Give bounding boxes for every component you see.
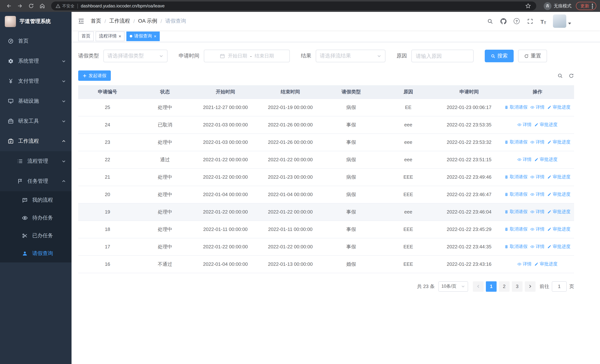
search-icon[interactable] <box>486 18 494 25</box>
page-button-2[interactable]: 2 <box>499 281 510 291</box>
close-icon[interactable]: × <box>119 34 121 38</box>
refresh-table-icon[interactable] <box>568 73 574 79</box>
sidebar-item-task-management[interactable]: 任务管理 <box>0 171 72 191</box>
sidebar-item-leave-query[interactable]: 请假查询 <box>0 245 72 262</box>
user-menu[interactable] <box>553 14 571 28</box>
sidebar-item-todo-tasks[interactable]: 待办任务 <box>0 209 72 227</box>
bookmark-star-icon[interactable] <box>525 2 532 10</box>
app-logo[interactable]: 芋道管理系统 <box>0 12 72 31</box>
progress-action-link[interactable]: 审批进度 <box>534 156 558 163</box>
detail-action-link[interactable]: 详情 <box>531 104 544 111</box>
security-warning[interactable]: 不安全 <box>56 3 75 9</box>
table-row: 16不通过2022-01-04 00:00:002022-01-13 00:00… <box>78 255 574 273</box>
forward-icon[interactable] <box>15 1 25 11</box>
caret-down-icon <box>568 22 571 24</box>
delete-icon <box>505 192 509 196</box>
home-icon[interactable] <box>37 1 47 11</box>
reset-button-label: 重置 <box>531 53 541 59</box>
breadcrumb-separator: / <box>104 18 106 24</box>
font-size-icon[interactable]: TT <box>540 18 547 25</box>
sidebar-fold-icon[interactable] <box>77 18 85 25</box>
goto-page-input[interactable] <box>552 281 567 291</box>
breadcrumb-workflow[interactable]: 工作流程 <box>109 18 130 24</box>
detail-action-link[interactable]: 详情 <box>517 121 532 128</box>
sidebar-item-payment[interactable]: 支付管理 <box>0 71 72 91</box>
cancel-action-link[interactable]: 取消请假 <box>505 243 527 250</box>
cell-reason: eee <box>379 116 437 133</box>
chevron-down-icon <box>62 159 66 163</box>
sidebar-item-home[interactable]: 首页 <box>0 31 72 51</box>
detail-action-link[interactable]: 详情 <box>531 209 544 215</box>
cancel-action-link[interactable]: 取消请假 <box>505 226 527 233</box>
prev-page-button[interactable] <box>473 281 484 291</box>
address-bar[interactable]: 不安全 dashboard.yudao.iocoder.cn/bpm/oa/le… <box>51 1 536 10</box>
tab-process-detail[interactable]: 流程详情 × <box>96 31 124 41</box>
apply-time-range-picker[interactable]: 开始日期 - 结束日期 <box>204 50 290 62</box>
progress-action-link[interactable]: 审批进度 <box>548 226 571 233</box>
reload-icon[interactable] <box>26 1 36 11</box>
detail-action-link[interactable]: 详情 <box>531 243 544 250</box>
avatar[interactable] <box>553 14 566 28</box>
breadcrumb-home[interactable]: 首页 <box>91 18 101 24</box>
sidebar-item-devtools[interactable]: 研发工具 <box>0 111 72 131</box>
toggle-search-icon[interactable] <box>557 73 563 79</box>
browser-update-button[interactable]: 更新 <box>576 2 596 10</box>
progress-action-link[interactable]: 审批进度 <box>548 243 571 250</box>
tab-home[interactable]: 首页 <box>78 31 94 41</box>
detail-action-link[interactable]: 详情 <box>517 261 532 267</box>
cancel-action-link[interactable]: 取消请假 <box>505 104 527 111</box>
plus-icon <box>83 74 87 78</box>
cancel-action-link[interactable]: 取消请假 <box>505 209 527 215</box>
detail-action-link[interactable]: 详情 <box>531 139 544 145</box>
page-button-3[interactable]: 3 <box>512 281 523 291</box>
browser-window: 不安全 dashboard.yudao.iocoder.cn/bpm/oa/le… <box>0 0 600 364</box>
sidebar-item-system[interactable]: 系统管理 <box>0 51 72 71</box>
help-icon[interactable]: ? <box>513 18 520 25</box>
cancel-action-link[interactable]: 取消请假 <box>505 139 527 145</box>
cancel-action-link[interactable]: 取消请假 <box>505 191 527 197</box>
search-button[interactable]: 搜索 <box>485 50 514 62</box>
create-leave-button[interactable]: 发起请假 <box>78 70 111 81</box>
close-icon[interactable]: × <box>154 34 156 38</box>
leave-type-select[interactable]: 请选择请假类型 <box>103 50 168 62</box>
browser-menu-icon[interactable] <box>591 3 594 8</box>
cancel-action-link[interactable]: 取消请假 <box>505 174 527 180</box>
detail-action-link[interactable]: 详情 <box>531 191 544 197</box>
sidebar-item-workflow[interactable]: 工作流程 <box>0 131 72 151</box>
infrastructure-icon <box>7 98 14 104</box>
cell-leave-type: 事假 <box>323 133 379 151</box>
cell-leave-type: 病假 <box>323 186 379 203</box>
sidebar-item-my-process[interactable]: 我的流程 <box>0 191 72 209</box>
detail-action-link[interactable]: 详情 <box>517 156 532 163</box>
reason-input[interactable] <box>411 50 474 62</box>
table-row: 18处理中2022-01-11 00:00:002022-01-11 00:00… <box>78 221 574 238</box>
cell-status: 处理中 <box>137 168 193 186</box>
sidebar-item-process-management[interactable]: 流程管理 <box>0 151 72 171</box>
reset-button[interactable]: 重置 <box>518 50 547 62</box>
next-page-button[interactable] <box>525 281 535 291</box>
fullscreen-icon[interactable] <box>526 18 534 25</box>
progress-action-link[interactable]: 审批进度 <box>548 209 571 215</box>
result-select[interactable]: 请选择流结果 <box>316 50 385 62</box>
progress-action-link[interactable]: 审批进度 <box>534 261 558 267</box>
back-icon[interactable] <box>4 1 14 11</box>
progress-action-link[interactable]: 审批进度 <box>548 174 571 180</box>
cell-status: 通过 <box>137 151 193 168</box>
page-size-select[interactable]: 10条/页 <box>438 281 468 291</box>
progress-action-link[interactable]: 审批进度 <box>548 139 571 145</box>
progress-action-link[interactable]: 审批进度 <box>534 121 558 128</box>
sidebar-item-infrastructure[interactable]: 基础设施 <box>0 91 72 111</box>
sidebar-item-done-tasks[interactable]: 已办任务 <box>0 227 72 245</box>
progress-action-link[interactable]: 审批进度 <box>548 191 571 197</box>
breadcrumb-oa-example[interactable]: OA 示例 <box>138 18 157 24</box>
cell-apply-time: 2022-01-22 23:53:35 <box>437 116 501 133</box>
detail-action-link[interactable]: 详情 <box>531 226 544 233</box>
cell-leave-type: 事假 <box>323 116 379 133</box>
cell-actions: 详情审批进度 <box>501 255 574 273</box>
detail-action-link[interactable]: 详情 <box>531 174 544 180</box>
github-icon[interactable] <box>500 18 507 25</box>
chevron-down-icon <box>461 284 465 288</box>
tab-leave-query[interactable]: 请假查询 × <box>126 31 160 41</box>
progress-action-link[interactable]: 审批进度 <box>548 104 571 111</box>
page-button-1[interactable]: 1 <box>486 281 497 291</box>
